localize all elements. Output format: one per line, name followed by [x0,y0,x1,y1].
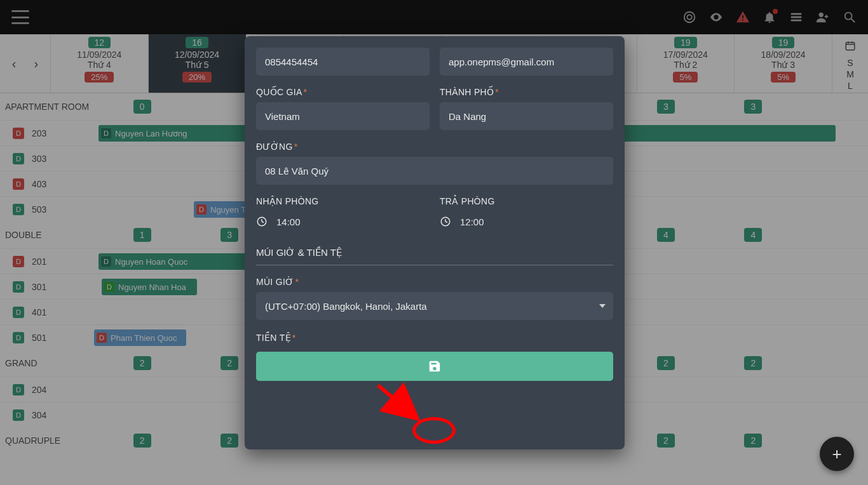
checkin-value: 14:00 [276,216,301,227]
country-input[interactable] [256,102,430,130]
clock-icon [440,216,451,227]
email-input[interactable] [440,48,613,76]
tz-currency-section-title: MÚI GIỜ & TIỀN TỆ [256,247,613,265]
street-label: ĐƯỜNG* [256,142,613,152]
clock-icon [256,216,268,227]
save-button[interactable] [256,352,613,381]
phone-input[interactable] [256,48,430,76]
save-icon [428,359,442,373]
settings-modal: QUỐC GIA* THÀNH PHỐ* ĐƯỜNG* NHẬN PHÒNG 1… [245,36,625,449]
checkin-label: NHẬN PHÒNG [256,196,430,206]
add-fab[interactable]: + [820,437,854,471]
currency-label: TIỀN TỆ* [256,333,613,343]
city-input[interactable] [440,102,613,130]
chevron-down-icon [599,304,606,308]
country-label: QUỐC GIA* [256,87,430,97]
timezone-label: MÚI GIỜ* [256,277,613,287]
checkout-time[interactable]: 12:00 [440,211,613,232]
checkin-time[interactable]: 14:00 [256,211,430,232]
timezone-select[interactable] [256,292,613,320]
city-label: THÀNH PHỐ* [440,87,613,97]
street-input[interactable] [256,157,613,185]
checkout-label: TRẢ PHÒNG [440,196,613,206]
svg-line-17 [445,222,447,223]
checkout-value: 12:00 [460,216,484,227]
svg-line-14 [262,222,264,223]
